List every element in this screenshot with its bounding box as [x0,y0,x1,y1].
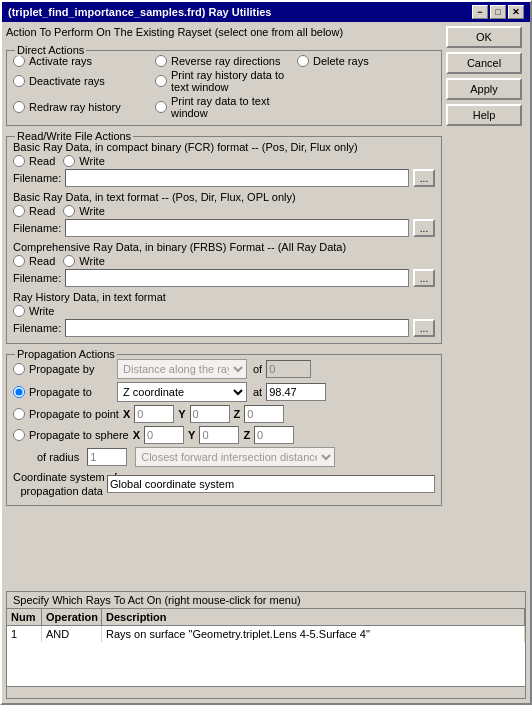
comprehensive-filename-input[interactable] [65,269,409,287]
history-filename-input[interactable] [65,319,409,337]
propagate-to-point-radio[interactable] [13,408,25,420]
cell-num-1: 1 [7,626,42,642]
comprehensive-read-radio[interactable] [13,255,25,267]
basic-binary-filename-label: Filename: [13,172,61,184]
comprehensive-browse-button[interactable]: ... [413,269,435,287]
at-label: at [253,386,262,398]
comprehensive-filename-row: Filename: ... [13,269,435,287]
redraw-history-option[interactable]: Redraw ray history [13,95,151,119]
propagate-by-of-input[interactable] [266,360,311,378]
history-browse-button[interactable]: ... [413,319,435,337]
reverse-rays-option[interactable]: Reverse ray directions [155,55,293,67]
print-history-option[interactable]: Print ray history data to text window [155,69,293,93]
title-bar-buttons: − □ ✕ [472,5,524,19]
col-description-header: Description [102,609,525,625]
delete-rays-label: Delete rays [313,55,369,67]
specify-rays-panel: Specify Which Rays To Act On (right mous… [6,591,526,699]
sphere-x-label: X [133,429,140,441]
basic-binary-label: Basic Ray Data, in compact binary (FCR) … [13,141,435,153]
basic-text-filename-label: Filename: [13,222,61,234]
activate-rays-radio[interactable] [13,55,25,67]
propagate-to-select[interactable]: Z coordinate [117,382,247,402]
point-z-input[interactable] [244,405,284,423]
main-window: (triplet_find_importance_samples.frd) Ra… [0,0,532,705]
basic-text-read-label: Read [29,205,55,217]
print-ray-data-option[interactable]: Print ray data to text window [155,95,293,119]
propagate-to-row: Propagate to Z coordinate at [13,382,435,402]
ok-button[interactable]: OK [446,26,522,48]
specify-rays-header: Specify Which Rays To Act On (right mous… [7,592,525,609]
activate-rays-label: Activate rays [29,55,92,67]
comprehensive-radio-row: Read Write [13,255,435,267]
apply-button[interactable]: Apply [446,78,522,100]
deactivate-rays-radio[interactable] [13,75,25,87]
readwrite-title: Read/Write File Actions [15,130,133,142]
history-write-option[interactable]: Write [13,305,54,317]
specify-rays-title: Specify Which Rays To Act On (right mous… [13,594,301,606]
delete-rays-radio[interactable] [297,55,309,67]
history-write-radio[interactable] [13,305,25,317]
point-x-label: X [123,408,130,420]
radius-input[interactable] [87,448,127,466]
basic-text-write-option[interactable]: Write [63,205,104,217]
comprehensive-write-radio[interactable] [63,255,75,267]
table-row[interactable]: 1 AND Rays on surface "Geometry.triplet.… [7,626,525,642]
direct-actions-grid: Activate rays Reverse ray directions Del… [13,55,435,119]
propagate-to-option[interactable]: Propagate to [13,386,113,398]
comprehensive-read-option[interactable]: Read [13,255,55,267]
basic-binary-write-option[interactable]: Write [63,155,104,167]
basic-binary-filename-input[interactable] [65,169,409,187]
basic-binary-browse-button[interactable]: ... [413,169,435,187]
propagate-by-select[interactable]: Distance along the ray [117,359,247,379]
basic-binary-write-label: Write [79,155,104,167]
comprehensive-read-label: Read [29,255,55,267]
sphere-y-input[interactable] [199,426,239,444]
comprehensive-write-option[interactable]: Write [63,255,104,267]
basic-text-write-radio[interactable] [63,205,75,217]
maximize-button[interactable]: □ [490,5,506,19]
basic-binary-write-radio[interactable] [63,155,75,167]
propagate-by-radio[interactable] [13,363,25,375]
propagate-to-point-label: Propagate to point [29,408,119,420]
reverse-rays-label: Reverse ray directions [171,55,280,67]
help-button[interactable]: Help [446,104,522,126]
closest-fwd-select[interactable]: Closest forward intersection distance [135,447,335,467]
activate-rays-option[interactable]: Activate rays [13,55,151,67]
comprehensive-label: Comprehensive Ray Data, in binary (FRBS)… [13,241,435,253]
minimize-button[interactable]: − [472,5,488,19]
print-ray-data-radio[interactable] [155,101,167,113]
right-panel: OK Cancel Apply Help [446,26,526,587]
basic-text-read-radio[interactable] [13,205,25,217]
point-x-input[interactable] [134,405,174,423]
propagate-to-sphere-option[interactable]: Propagate to sphere [13,429,129,441]
point-y-input[interactable] [190,405,230,423]
basic-binary-radio-row: Read Write [13,155,435,167]
close-button[interactable]: ✕ [508,5,524,19]
redraw-history-radio[interactable] [13,101,25,113]
deactivate-rays-option[interactable]: Deactivate rays [13,69,151,93]
coord-system-input[interactable] [107,475,435,493]
sphere-x-input[interactable] [144,426,184,444]
propagate-to-sphere-radio[interactable] [13,429,25,441]
basic-binary-read-option[interactable]: Read [13,155,55,167]
print-history-label: Print ray history data to text window [171,69,293,93]
table-area[interactable]: 1 AND Rays on surface "Geometry.triplet.… [7,626,525,686]
propagate-to-point-option[interactable]: Propagate to point [13,408,119,420]
basic-text-browse-button[interactable]: ... [413,219,435,237]
sphere-z-input[interactable] [254,426,294,444]
print-history-radio[interactable] [155,75,167,87]
propagate-by-option[interactable]: Propagate by [13,363,113,375]
basic-text-read-option[interactable]: Read [13,205,55,217]
delete-rays-option[interactable]: Delete rays [297,55,435,67]
propagate-to-radio[interactable] [13,386,25,398]
basic-text-filename-input[interactable] [65,219,409,237]
cancel-button[interactable]: Cancel [446,52,522,74]
reverse-rays-radio[interactable] [155,55,167,67]
of-label: of [253,363,262,375]
point-y-label: Y [178,408,185,420]
action-label: Action To Perform On The Existing Rayset… [6,26,442,38]
horizontal-scrollbar[interactable] [7,686,525,698]
basic-binary-read-radio[interactable] [13,155,25,167]
propagate-to-at-input[interactable] [266,383,326,401]
of-radius-label: of radius [37,451,79,463]
